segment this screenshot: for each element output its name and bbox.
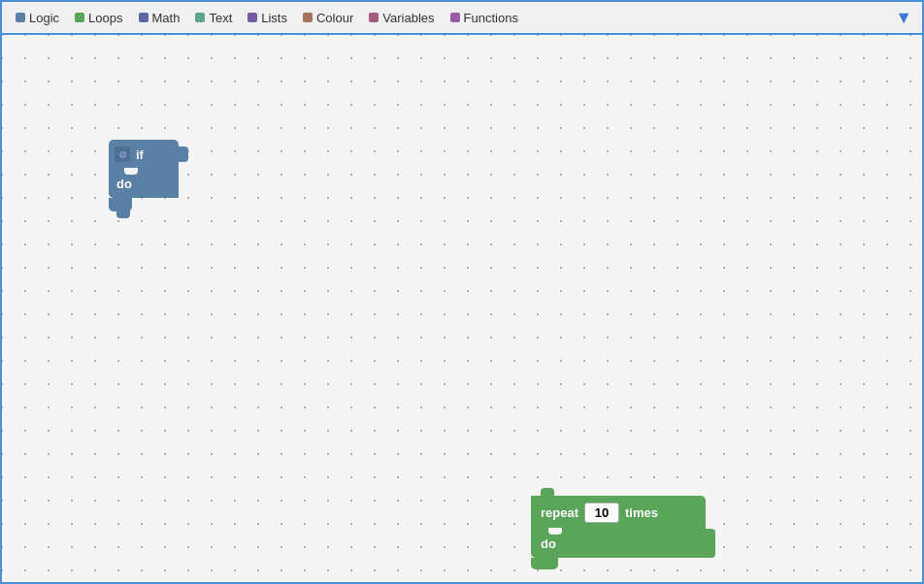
if-block[interactable]: ⚙ if do [109, 140, 179, 211]
if-block-do: do [109, 169, 179, 198]
repeat-value-input[interactable] [584, 503, 619, 523]
do-label: do [116, 177, 132, 191]
repeat-top-row: repeat times [531, 496, 706, 529]
toolbar: Logic Loops Math Text Lists Colour [2, 2, 922, 35]
repeat-top-notch [541, 488, 554, 496]
repeat-right-connector [704, 529, 715, 558]
math-label: Math [152, 11, 181, 25]
repeat-label: repeat [541, 505, 578, 520]
if-block-bottom-notch [116, 211, 130, 218]
sidebar-item-math[interactable]: Math [131, 7, 188, 29]
down-arrow-icon[interactable]: ▼ [895, 8, 912, 28]
loops-color-dot [75, 13, 84, 22]
if-do-slot [124, 168, 138, 175]
if-right-notch [177, 146, 188, 162]
repeat-bottom-piece [531, 558, 558, 569]
repeat-do-slot [548, 528, 562, 535]
sidebar-item-variables[interactable]: Variables [361, 7, 442, 29]
if-label: if [136, 147, 144, 162]
logic-color-dot [16, 13, 25, 22]
sidebar-item-functions[interactable]: Functions [443, 7, 526, 29]
repeat-do-row: do [531, 529, 706, 558]
repeat-do-label: do [541, 536, 556, 551]
functions-color-dot [450, 13, 460, 22]
colour-label: Colour [316, 11, 353, 25]
lists-color-dot [248, 13, 257, 22]
repeat-block[interactable]: repeat times do [531, 483, 706, 569]
sidebar-item-loops[interactable]: Loops [67, 7, 130, 29]
if-block-top: ⚙ if [109, 140, 179, 169]
sidebar-item-lists[interactable]: Lists [240, 7, 295, 29]
sidebar-item-logic[interactable]: Logic [8, 7, 67, 29]
text-label: Text [209, 11, 232, 25]
if-block-tail [109, 198, 132, 211]
variables-color-dot [369, 13, 379, 22]
sidebar-item-colour[interactable]: Colour [295, 7, 361, 29]
text-color-dot [195, 13, 205, 22]
loops-label: Loops [88, 11, 122, 25]
times-label: times [625, 505, 658, 520]
app-container: Logic Loops Math Text Lists Colour [0, 0, 924, 584]
gear-icon: ⚙ [115, 146, 130, 162]
sidebar-item-text[interactable]: Text [187, 7, 240, 29]
variables-label: Variables [382, 11, 434, 25]
lists-label: Lists [261, 11, 287, 25]
logic-label: Logic [29, 11, 59, 25]
math-color-dot [139, 13, 148, 22]
workspace[interactable]: ⚙ if do [2, 35, 922, 582]
colour-color-dot [303, 13, 313, 22]
functions-label: Functions [464, 11, 518, 25]
